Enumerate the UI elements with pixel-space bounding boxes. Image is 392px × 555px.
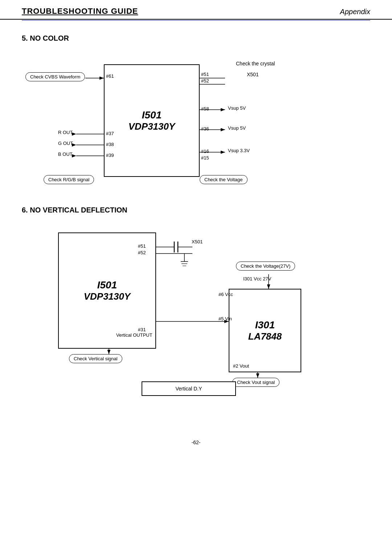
vsup33v-label: Vsup 3.3V [228,148,250,153]
btn-voltage[interactable]: Check the Voltage [200,175,248,184]
s6-pin52-label: #52 [138,250,146,255]
ic301-label1: I301 [255,319,275,331]
s6-pin31-label: #31 [138,327,146,332]
ic2-pin2-label: #2 Vout [233,363,249,369]
pin36-label: #36 [201,126,209,131]
s6-vertical-output: Vertical OUTPUT [116,332,152,338]
ic301-label2: LA7848 [248,331,282,342]
pin37-label: #37 [106,131,114,136]
s6-pin51-label: #51 [138,243,146,249]
ic501-label2: VDP3130Y [128,121,175,132]
section6-title: 6. NO VERTICAL DEFLECTION [22,206,370,214]
pin52-label: #52 [201,78,209,84]
btn-vout-signal[interactable]: Check Vout signal [232,378,279,387]
btn-cvbs-waveform[interactable]: Check CVBS Waveform [25,72,85,81]
ic2-pin5-label: #5 Vin [219,316,232,321]
ic301-box: I301 LA7848 [229,289,301,372]
pin58-label: #58 [201,106,209,112]
btn-vertical-signal[interactable]: Check Vertical signal [69,354,122,363]
crystal-ref-label: X501 [247,72,259,77]
vsup5v-1-label: Vsup 5V [228,105,246,111]
pin16-label: #16 [201,149,209,154]
s6-vcc-label: I301 Vcc 27V [243,276,271,281]
section5-diagram: Check CVBS Waveform I501 VDP3130Y #61 R … [22,53,370,188]
pin61-label: #61 [106,73,114,79]
pin38-label: #38 [106,142,114,147]
ic501-s6-label2: VDP3130Y [84,291,131,302]
section6-diagram: I501 VDP3130Y #51 #52 X501 #31 Vertical … [22,225,370,400]
ic501-s6-label1: I501 [97,279,117,291]
pin51-label: #51 [201,72,209,77]
header-appendix: Appendix [340,8,370,16]
gout-label: G OUT [58,141,73,146]
header-title: TROUBLESHOOTING GUIDE [22,7,138,16]
rout-label: R OUT [58,130,73,135]
btn-rgb-signal[interactable]: Check R/G/B signal [44,175,94,184]
section5-title: 5. NO COLOR [22,34,370,42]
page-header: TROUBLESHOOTING GUIDE Appendix [0,0,392,20]
ic501-box: I501 VDP3130Y [104,64,200,177]
btn-voltage27[interactable]: Check the Voltage(27V) [236,262,295,271]
ic2-pin6-label: #6 Vcc [219,292,233,297]
vertical-dy-label: Vertical D.Y [175,386,202,392]
bout-label: B OUT [58,151,73,157]
vsup5v-2-label: Vsup 5V [228,125,246,131]
ic501-label1: I501 [142,109,162,121]
pin15-label: #15 [201,155,209,161]
page-number: -62- [0,439,392,445]
pin39-label: #39 [106,153,114,158]
crystal-check-label: Check the crystal [236,61,275,66]
s6-crystal-ref: X501 [192,239,203,244]
vertical-dy-box: Vertical D.Y [142,381,236,396]
